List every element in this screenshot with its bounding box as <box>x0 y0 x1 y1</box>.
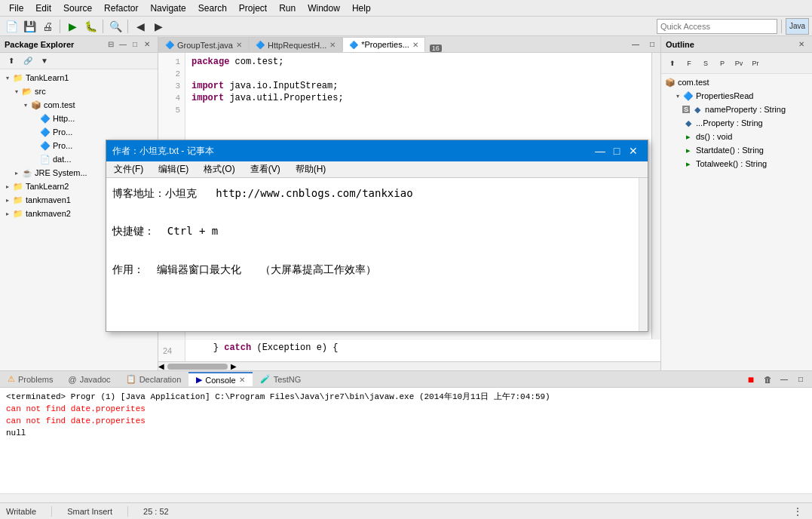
position-label: 25 : 52 <box>143 507 169 516</box>
outline-item-propertiesread[interactable]: ▾ 🔷 PropertiesRead <box>661 89 812 103</box>
tab-close-btn[interactable]: ✕ <box>236 41 242 49</box>
outline-item-startdate[interactable]: ▸ Startdate() : String <box>661 143 812 157</box>
protected-btn[interactable]: Pr <box>747 55 764 72</box>
tree-item-tanklearn1[interactable]: ▾ 📁 TankLearn1 <box>0 71 158 84</box>
scroll-thumb[interactable] <box>167 364 228 370</box>
tree-item-pro1[interactable]: 🔷 Pro... <box>0 125 158 139</box>
clear-btn[interactable]: 🗑 <box>759 371 776 388</box>
menu-project[interactable]: Project <box>233 2 273 15</box>
tab-javadoc[interactable]: @ Javadoc <box>60 373 118 385</box>
quick-access-input[interactable] <box>657 19 777 34</box>
notepad-min-btn[interactable]: — <box>592 143 608 159</box>
horizontal-scrollbar[interactable]: ◀ ▶ <box>158 361 660 370</box>
menu-source[interactable]: Source <box>57 2 98 15</box>
notepad-menu-view[interactable]: 查看(V) <box>243 161 288 177</box>
tab-close-btn[interactable]: ✕ <box>329 41 336 49</box>
notepad-menu: 文件(F) 编辑(E) 格式(O) 查看(V) 帮助(H) <box>106 161 648 178</box>
outline-item-comtest[interactable]: 📦 com.test <box>661 75 812 89</box>
package-explorer-title: Package Explorer <box>5 40 105 49</box>
notepad-close-btn[interactable]: ✕ <box>625 143 642 159</box>
outline-item-totalweek[interactable]: ▸ Totalweek() : String <box>661 157 812 170</box>
forward-btn[interactable]: ▶ <box>150 18 167 35</box>
editor-vscroll[interactable] <box>651 53 660 339</box>
notepad-menu-help[interactable]: 帮助(H) <box>288 161 334 177</box>
notepad-textarea[interactable]: 博客地址：小坦克 http://www.cnblogs.com/tankxiao… <box>106 178 639 331</box>
scroll-right-btn[interactable]: ▶ <box>231 362 237 370</box>
tab-declaration[interactable]: 📋 Declaration <box>118 373 189 385</box>
collapse-btn[interactable]: ⊟ <box>105 38 117 51</box>
tab-grouptest[interactable]: 🔷 GroupTest.java ✕ <box>158 37 249 52</box>
editor-tab-bar: 🔷 GroupTest.java ✕ 🔷 HttpRequestH... ✕ 🔷… <box>158 36 660 53</box>
tab-close-btn[interactable]: ✕ <box>412 41 418 49</box>
back-btn[interactable]: ◀ <box>132 18 149 35</box>
console-hscrollbar[interactable] <box>0 493 812 502</box>
menu-refactor[interactable]: Refactor <box>98 2 144 15</box>
collapse-all-btn[interactable]: ⬆ <box>3 53 20 69</box>
notepad-max-btn[interactable]: □ <box>608 143 625 159</box>
outline-tree: 📦 com.test ▾ 🔷 PropertiesRead S ◆ namePr… <box>661 74 812 370</box>
static-badge: S <box>682 106 690 113</box>
tab-console[interactable]: ▶ Console ✕ <box>188 372 252 386</box>
editor-min-btn[interactable]: — <box>627 36 644 52</box>
new-button[interactable]: 📄 <box>3 18 20 35</box>
tree-label: ...Property : String <box>696 118 763 127</box>
menu-window[interactable]: Window <box>302 2 346 15</box>
menu-navigate[interactable]: Navigate <box>144 2 192 15</box>
menu-edit[interactable]: Edit <box>29 2 57 15</box>
print-button[interactable]: 🖨 <box>39 18 56 35</box>
sort-btn[interactable]: ⬆ <box>664 55 681 72</box>
tab-problems[interactable]: ⚠ Problems <box>0 373 60 385</box>
view-menu-btn[interactable]: ▼ <box>36 53 53 69</box>
notepad-menu-edit[interactable]: 编辑(E) <box>151 161 196 177</box>
tab-httprequest[interactable]: 🔷 HttpRequestH... ✕ <box>249 37 342 52</box>
console-null-line: null <box>6 427 806 439</box>
tree-item-src[interactable]: ▾ 📂 src <box>0 84 158 98</box>
perspective-btn[interactable]: Java <box>786 18 809 35</box>
tab-overflow[interactable]: 16 <box>425 45 446 52</box>
public-btn[interactable]: P <box>714 55 731 72</box>
tab-close-icon[interactable]: ✕ <box>239 376 245 384</box>
status-writable: Writable <box>6 507 36 516</box>
maximize-btn[interactable]: □ <box>129 38 141 51</box>
editor-max-btn[interactable]: □ <box>644 36 660 52</box>
outline-item-ds[interactable]: ▸ ds() : void <box>661 130 812 143</box>
writable-label: Writable <box>6 507 36 516</box>
notepad-menu-format[interactable]: 格式(O) <box>196 161 242 177</box>
menu-search[interactable]: Search <box>192 2 233 15</box>
console-error-2: can not find date.properites <box>6 415 806 427</box>
fields-btn[interactable]: F <box>681 55 697 72</box>
run-button[interactable]: ▶ <box>64 18 81 35</box>
tree-item-comtest[interactable]: ▾ 📦 com.test <box>0 98 158 112</box>
close-btn[interactable]: ✕ <box>141 38 153 51</box>
tab-label: Problems <box>18 375 53 384</box>
tab-testng[interactable]: 🧪 TestNG <box>253 373 309 385</box>
tree-label: Pro... <box>53 127 72 137</box>
search-btn[interactable]: 🔍 <box>107 18 124 35</box>
static-btn[interactable]: S <box>697 55 714 72</box>
notepad-menu-file[interactable]: 文件(F) <box>106 161 151 177</box>
tab-properties[interactable]: 🔷 *Properties... ✕ <box>342 37 425 52</box>
console-max-btn[interactable]: □ <box>792 371 809 388</box>
status-menu-btn[interactable]: ⋮ <box>789 503 806 520</box>
tree-item-http[interactable]: 🔷 Http... <box>0 112 158 125</box>
save-button[interactable]: 💾 <box>21 18 38 35</box>
menu-run[interactable]: Run <box>273 2 302 15</box>
package-icon: 📦 <box>30 99 42 111</box>
menu-file[interactable]: File <box>3 2 29 15</box>
console-min-btn[interactable]: — <box>776 371 792 388</box>
terminate-btn[interactable]: ■ <box>743 371 759 388</box>
outline-item-property[interactable]: ◆ ...Property : String <box>661 116 812 130</box>
scroll-left-btn[interactable]: ◀ <box>158 362 164 370</box>
private-btn[interactable]: Pv <box>731 55 747 72</box>
outline-item-nameproperty[interactable]: S ◆ nameProperty : String <box>661 103 812 116</box>
notepad-scrollbar[interactable] <box>639 178 648 331</box>
minimize-btn[interactable]: — <box>117 38 129 51</box>
menu-help[interactable]: Help <box>346 2 377 15</box>
package-explorer-header: Package Explorer ⊟ — □ ✕ <box>0 36 158 53</box>
link-btn[interactable]: 🔗 <box>20 53 36 69</box>
bottom-code-line[interactable]: } catch (Exception e) { <box>185 339 660 361</box>
outline-panel: Outline ✕ ⬆ F S P Pv Pr 📦 com.test ▾ 🔷 <box>661 36 812 370</box>
package-toolbar: ⬆ 🔗 ▼ <box>0 53 158 69</box>
outline-close-btn[interactable]: ✕ <box>795 38 807 51</box>
debug-button[interactable]: 🐛 <box>82 18 99 35</box>
